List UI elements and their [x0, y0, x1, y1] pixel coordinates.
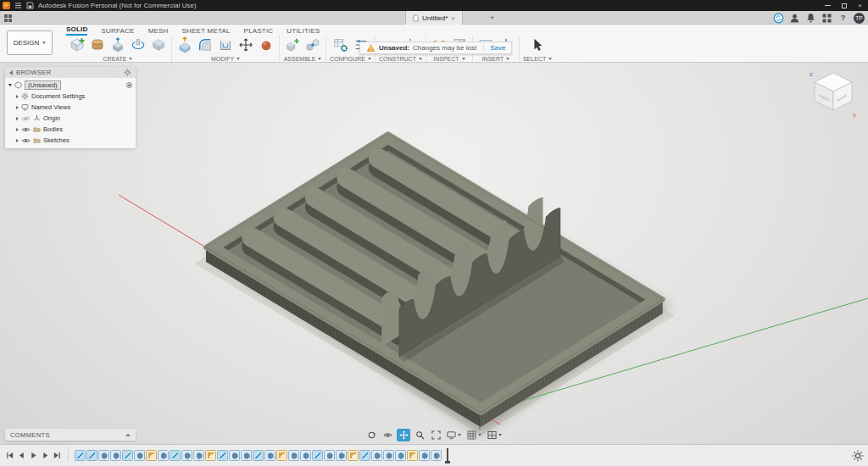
timeline-feature-icon[interactable] [229, 450, 240, 461]
profile-icon[interactable] [789, 13, 800, 24]
timeline-feature-icon[interactable] [324, 450, 335, 461]
tool-physical-material[interactable] [257, 36, 275, 54]
timeline-feature-icon[interactable] [122, 450, 133, 461]
timeline-feature-icon[interactable] [383, 450, 394, 461]
play-button[interactable] [28, 449, 39, 462]
timeline-feature-icon[interactable] [371, 450, 382, 461]
browser-item-document-settings[interactable]: Document Settings [5, 91, 136, 102]
hamburger-menu-icon[interactable] [14, 2, 22, 9]
browser-item-sketches[interactable]: Sketches [5, 135, 136, 146]
timeline-feature-icon[interactable] [348, 450, 359, 461]
expand-icon[interactable] [16, 128, 19, 131]
timeline-feature-icon[interactable] [264, 450, 275, 461]
comments-bar[interactable]: COMMENTS [5, 429, 136, 441]
comments-expand-icon[interactable] [125, 434, 131, 436]
go-to-end-button[interactable] [52, 449, 63, 462]
timeline-feature-icon[interactable] [300, 450, 311, 461]
timeline-feature-icon[interactable] [241, 450, 252, 461]
browser-root-row[interactable]: (Unsaved) [5, 80, 136, 91]
timeline-feature-icon[interactable] [253, 450, 264, 461]
group-label-configure[interactable]: CONFIGURE [330, 56, 371, 62]
step-back-button[interactable] [16, 449, 27, 462]
tab-plastic[interactable]: PLASTIC [244, 27, 274, 36]
zoom-button[interactable] [413, 429, 426, 441]
grid-and-snaps-button[interactable] [465, 429, 483, 441]
timeline-feature-icon[interactable] [75, 450, 86, 461]
look-at-button[interactable] [381, 429, 394, 441]
timeline-settings-gear-icon[interactable] [852, 450, 864, 462]
timeline-feature-icon[interactable] [110, 450, 121, 461]
step-forward-button[interactable] [40, 449, 51, 462]
tab-utilities[interactable]: UTILITIES [287, 27, 320, 36]
timeline-feature-icon[interactable] [98, 450, 109, 461]
document-tab[interactable]: Untitled* × [405, 11, 463, 25]
timeline-feature-icon[interactable] [217, 450, 228, 461]
timeline-feature-icon[interactable] [395, 450, 406, 461]
help-icon[interactable]: ? [837, 13, 849, 24]
notifications-bell-icon[interactable] [805, 13, 816, 24]
tab-sheet-metal[interactable]: SHEET METAL [182, 27, 231, 36]
workspace-selector[interactable]: DESIGN [7, 31, 53, 55]
save-button[interactable]: Save [483, 44, 505, 52]
timeline-feature-icon[interactable] [193, 450, 204, 461]
tab-solid[interactable]: SOLID [66, 25, 87, 36]
tool-extrude[interactable] [108, 36, 127, 54]
save-icon[interactable] [26, 2, 34, 9]
group-label-create[interactable]: CREATE [103, 56, 133, 62]
expand-icon[interactable] [16, 95, 19, 98]
viewports-button[interactable] [486, 429, 504, 441]
timeline-position-marker[interactable] [447, 448, 448, 463]
tool-create-form[interactable] [88, 36, 107, 54]
group-label-insert[interactable]: INSERT [482, 56, 510, 62]
expand-icon[interactable] [8, 84, 12, 86]
tab-surface[interactable]: SURFACE [101, 27, 134, 36]
root-document-label[interactable]: (Unsaved) [25, 80, 61, 90]
tool-configurations[interactable] [331, 36, 350, 54]
minimize-button[interactable] [820, 0, 836, 11]
browser-item-bodies[interactable]: Bodies [5, 124, 136, 135]
timeline-feature-icon[interactable] [419, 450, 430, 461]
timeline-feature-icon[interactable] [181, 450, 192, 461]
timeline-feature-icon[interactable] [288, 450, 299, 461]
timeline-feature-icon[interactable] [170, 450, 181, 461]
job-status-icon[interactable] [773, 13, 784, 24]
viewcube[interactable]: FRONT RIGHT Z X [807, 66, 861, 120]
group-label-modify[interactable]: MODIFY [211, 56, 240, 62]
tool-new-component[interactable] [283, 36, 302, 54]
expand-icon[interactable] [16, 117, 19, 120]
visibility-on-icon[interactable] [21, 137, 31, 144]
collapse-panel-icon[interactable] [9, 70, 13, 75]
data-panel-toggle-icon[interactable] [3, 14, 13, 23]
display-settings-button[interactable] [445, 429, 463, 441]
tool-fillet[interactable] [196, 36, 214, 54]
timeline-feature-icon[interactable] [146, 450, 157, 461]
timeline-feature-icon[interactable] [205, 450, 216, 461]
timeline-feature-icon[interactable] [359, 450, 370, 461]
activate-component-radio[interactable] [126, 82, 132, 88]
tab-mesh[interactable]: MESH [148, 27, 169, 36]
timeline-feature-icon[interactable] [431, 450, 442, 461]
maximize-button[interactable] [836, 0, 852, 11]
browser-options-icon[interactable] [124, 69, 131, 76]
visibility-off-icon[interactable] [21, 115, 31, 122]
new-tab-button[interactable]: + [490, 11, 494, 25]
group-label-assemble[interactable]: ASSEMBLE [284, 56, 322, 62]
timeline-feature-icon[interactable] [158, 450, 169, 461]
group-label-construct[interactable]: CONSTRUCT [379, 56, 422, 62]
tool-press-pull[interactable] [175, 36, 194, 54]
tool-revolve[interactable] [129, 36, 147, 54]
orbit-button[interactable] [364, 429, 378, 441]
browser-item-named-views[interactable]: Named Views [5, 102, 136, 113]
fit-view-button[interactable] [429, 429, 442, 441]
tool-joint[interactable] [303, 36, 322, 54]
go-to-start-button[interactable] [4, 449, 15, 462]
tool-primitive-box[interactable] [149, 36, 168, 54]
close-button[interactable]: × [852, 0, 868, 11]
tool-shell[interactable] [216, 36, 235, 54]
tool-create-sketch[interactable] [68, 36, 86, 54]
pan-button[interactable] [397, 429, 410, 441]
timeline-feature-icon[interactable] [134, 450, 145, 461]
group-label-select[interactable]: SELECT [523, 56, 552, 62]
visibility-on-icon[interactable] [21, 126, 31, 133]
expand-icon[interactable] [16, 106, 19, 109]
